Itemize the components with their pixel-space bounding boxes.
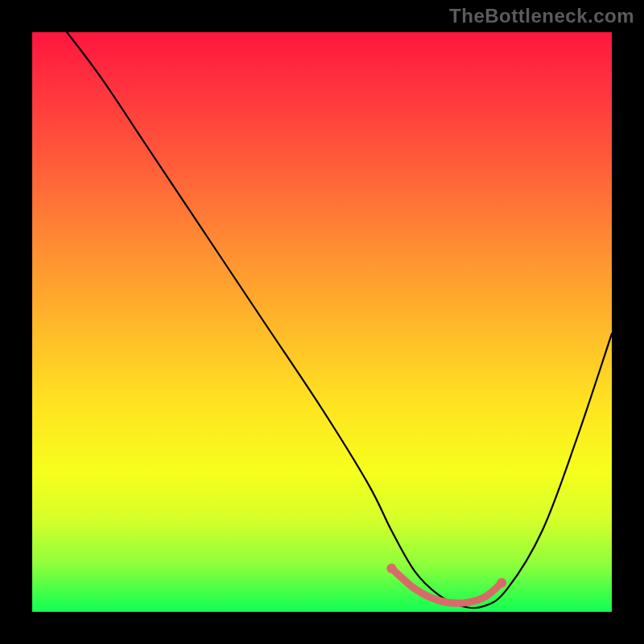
bottleneck-curve (67, 32, 612, 608)
plot-area (32, 32, 612, 612)
watermark-text: TheBottleneck.com (449, 5, 634, 27)
optimal-range-start-dot (386, 564, 396, 573)
curve-svg (32, 32, 612, 612)
optimal-range-marker (391, 568, 502, 603)
chart-frame: TheBottleneck.com (0, 0, 644, 644)
optimal-range-end-dot (497, 578, 506, 588)
